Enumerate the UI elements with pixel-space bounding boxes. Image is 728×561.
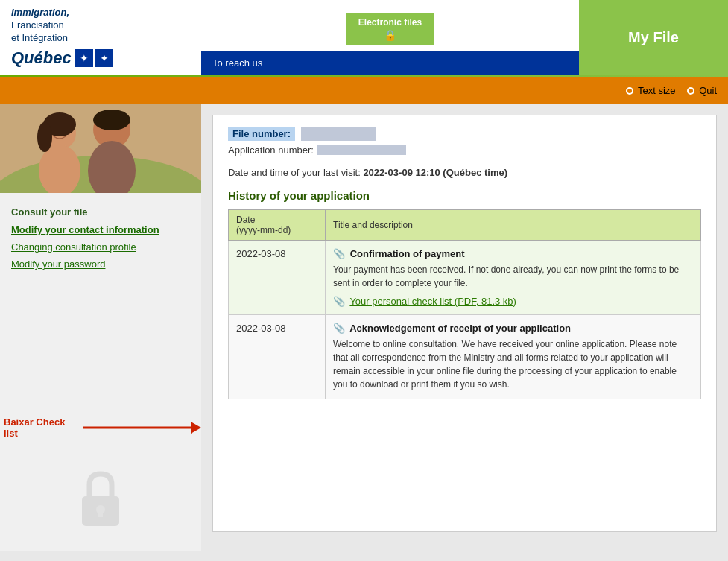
history-title: History of your application	[228, 189, 701, 202]
col-title: Title and description	[326, 210, 701, 241]
check-list-link[interactable]: Your personal check list (PDF, 81.3 kb)	[349, 296, 516, 307]
application-number-row: Application number:	[228, 145, 701, 156]
svg-rect-11	[98, 510, 103, 517]
arrow-shaft	[83, 427, 191, 429]
annotation: Baixar Check list	[4, 416, 201, 439]
entry-title-1: 📎 Confirmation of payment	[333, 248, 693, 259]
entry-date-2: 2022-03-08	[229, 315, 326, 399]
sidebar-photo	[0, 104, 201, 193]
header-nav: To reach us	[201, 51, 579, 75]
entry-date-1: 2022-03-08	[229, 241, 326, 315]
arrow-container	[83, 420, 201, 435]
sidebar: Consult your file Modify your contact in…	[0, 104, 201, 551]
my-file-panel: My File	[579, 0, 728, 75]
file-number-row: File number:	[228, 127, 701, 141]
radio-icon-2	[687, 87, 694, 95]
text-size-control[interactable]: Text size	[626, 85, 676, 96]
to-reach-us-link[interactable]: To reach us	[212, 57, 262, 69]
table-row: 2022-03-08 📎 Confirmation of payment You…	[229, 241, 701, 315]
paperclip-icon-1: 📎	[333, 248, 345, 259]
header: Immigration, Francisation et Intégration…	[0, 0, 728, 75]
file-number-value	[301, 127, 376, 141]
paperclip-icon-link-1: 📎	[333, 296, 345, 307]
paperclip-icon-2: 📎	[333, 323, 345, 334]
sidebar-link-modify-password[interactable]: Modify your password	[0, 256, 201, 273]
entry-body-1: Your payment has been received. If not d…	[333, 263, 693, 290]
history-table: Date(yyyy-mm-dd) Title and description 2…	[228, 209, 701, 399]
my-file-title: My File	[628, 29, 679, 46]
table-row: 2022-03-08 📎 Acknowledgement of receipt …	[229, 315, 701, 399]
sidebar-link-changing-profile[interactable]: Changing consultation profile	[0, 238, 201, 256]
fleur-icon-2: ✦	[95, 49, 113, 67]
header-top: Electronic files	[201, 0, 579, 51]
sidebar-lock-icon	[71, 466, 130, 536]
fleur-icon-1: ✦	[75, 49, 93, 67]
header-center: Electronic files To reach us	[201, 0, 579, 75]
main-layout: Consult your file Modify your contact in…	[0, 104, 728, 551]
entry-content-2: 📎 Acknowledgement of receipt of your app…	[326, 315, 701, 399]
sidebar-photo-svg	[0, 104, 201, 193]
svg-point-8	[93, 110, 130, 130]
logo-area: Immigration, Francisation et Intégration…	[0, 0, 201, 75]
col-date: Date(yyyy-mm-dd)	[229, 210, 326, 241]
electronic-files-button[interactable]: Electronic files	[346, 13, 434, 45]
main-content: File number: Application number: Date an…	[201, 104, 728, 551]
application-number-value	[317, 145, 406, 155]
annotation-text: Baixar Check list	[4, 416, 77, 439]
entry-title-2: 📎 Acknowledgement of receipt of your app…	[333, 323, 693, 334]
quebec-logo: Québec ✦ ✦	[11, 48, 115, 68]
quit-link[interactable]: Quit	[687, 85, 717, 96]
table-header-row: Date(yyyy-mm-dd) Title and description	[229, 210, 701, 241]
last-visit-row: Date and time of your last visit: 2022-0…	[228, 167, 701, 178]
org-name: Immigration, Francisation et Intégration	[11, 7, 115, 45]
sidebar-section-title: Consult your file	[0, 200, 201, 221]
entry-link-row-1: 📎 Your personal check list (PDF, 81.3 kb…	[333, 296, 693, 307]
arrow-head	[191, 422, 201, 434]
sidebar-nav: Consult your file Modify your contact in…	[0, 193, 201, 280]
entry-content-1: 📎 Confirmation of payment Your payment h…	[326, 241, 701, 315]
orange-bar: Text size Quit	[0, 77, 728, 104]
entry-body-2: Welcome to online consultation. We have …	[333, 337, 693, 391]
radio-icon	[626, 87, 633, 95]
content-card: File number: Application number: Date an…	[212, 115, 717, 532]
sidebar-link-modify-contact[interactable]: Modify your contact information	[0, 221, 201, 238]
file-number-label: File number:	[228, 127, 295, 141]
svg-point-5	[37, 122, 52, 152]
